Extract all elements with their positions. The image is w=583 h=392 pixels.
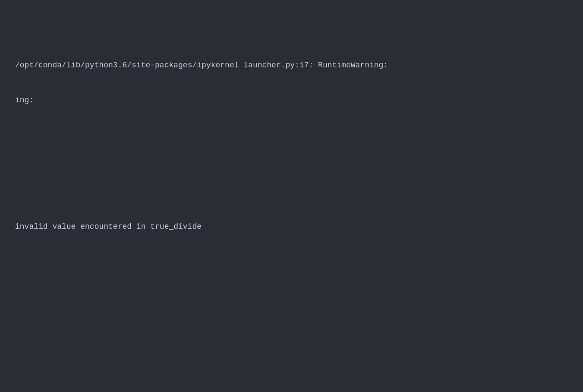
output-container: /opt/conda/lib/python3.6/site-packages/i…	[15, 13, 568, 392]
line-1-1: /opt/conda/lib/python3.6/site-packages/i…	[15, 60, 568, 71]
block-2: invalid value encountered in true_divide	[15, 198, 568, 256]
line-1-cont: ing:	[15, 95, 568, 106]
block-1: /opt/conda/lib/python3.6/site-packages/i…	[15, 36, 568, 130]
line-2-1: invalid value encountered in true_divide	[15, 221, 568, 233]
block-3: 50 100 150	[15, 369, 568, 392]
